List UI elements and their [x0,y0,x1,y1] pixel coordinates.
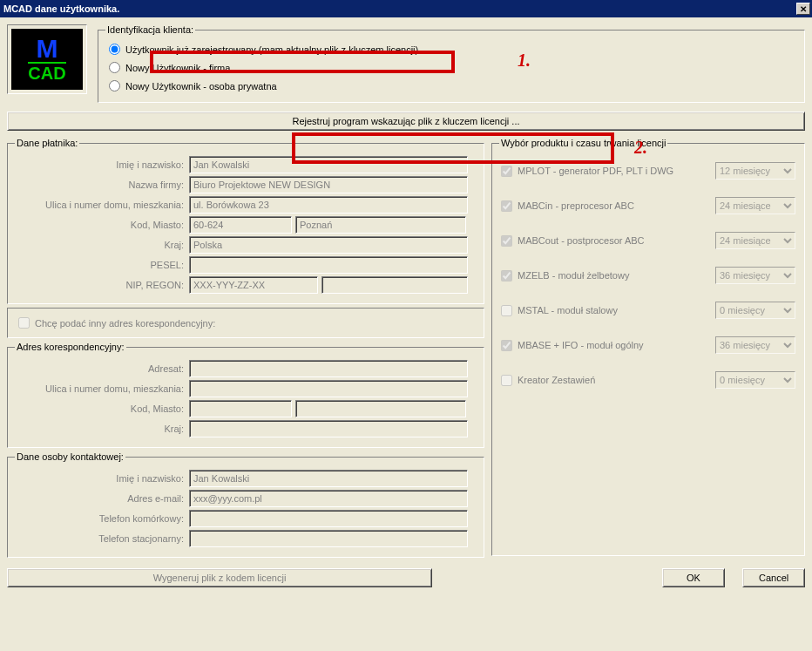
payer-nip-input[interactable] [189,276,318,294]
addr-street-input[interactable] [189,380,468,397]
contact-name-input[interactable] [189,470,468,487]
product-duration-select[interactable]: 24 miesiące [715,232,795,249]
fieldset-payer: Dane płatnika: Imię i nazwisko: Nazwa fi… [7,138,484,304]
contact-email-input[interactable] [189,490,468,507]
payer-pesel-label: PESEL: [15,260,189,270]
product-label: MZELB - moduł żelbetowy [518,270,629,281]
product-label: Kreator Zestawień [518,375,595,385]
addr-street-label: Ulica i numer domu, mieszkania: [15,383,189,394]
radio-firm-row[interactable]: Nowy Użytkownik - firma [105,58,797,77]
contact-phone-label: Telefon stacjonarny: [15,533,189,544]
legend-payer: Dane płatnika: [15,138,79,148]
addr-kraj-label: Kraj: [15,424,189,434]
product-label: MABCin - preprocesor ABC [518,200,634,211]
product-checkbox[interactable] [501,235,512,247]
legend-ident: Identyfikacja klienta: [105,24,195,35]
logo-m: M [37,37,58,60]
legend-contact: Dane osoby kontaktowej: [15,451,125,462]
product-duration-select[interactable]: 12 miesięcy [715,162,795,180]
product-checkbox[interactable] [501,200,512,212]
close-button[interactable]: ✕ [796,3,810,15]
payer-name-input[interactable] [189,156,468,173]
product-checkbox[interactable] [501,270,512,281]
annotation-label-2: 2. [634,138,647,158]
radio-registered[interactable] [109,44,120,55]
fieldset-other-addr-toggle: Chcę podać inny adres korespondencyjny: [7,308,484,338]
legend-addr: Adres korespondencyjny: [15,342,126,352]
product-duration-select[interactable]: 36 miesięcy [715,267,795,284]
fieldset-contact: Dane osoby kontaktowej: Imię i nazwisko:… [7,451,484,558]
payer-miasto-input[interactable] [295,216,466,234]
contact-email-label: Adres e-mail: [15,493,189,504]
contact-phone-input[interactable] [189,530,468,547]
product-label: MABCout - postprocesor ABC [518,235,645,246]
payer-kraj-label: Kraj: [15,240,189,250]
register-button[interactable]: Rejestruj program wskazując plik z klucz… [7,112,805,131]
window-title: MCAD dane użytkownika. [3,3,119,14]
payer-street-label: Ulica i numer domu, mieszkania: [15,200,189,210]
fieldset-products: Wybór produktu i czasu trwania licencji … [491,138,805,556]
product-duration-select[interactable]: 0 miesięcy [715,371,795,389]
radio-registered-label: Użytkownik już zarejestrowany (mam aktua… [125,44,418,55]
titlebar: MCAD dane użytkownika. ✕ [0,0,812,17]
product-row: MABCin - preprocesor ABC24 miesiące [499,188,797,223]
product-row: MSTAL - moduł stalowy0 miesięcy [499,293,797,328]
radio-priv[interactable] [109,80,120,92]
product-label: MSTAL - moduł stalowy [518,305,618,315]
cancel-button[interactable]: Cancel [742,568,805,587]
contact-name-label: Imię i nazwisko: [15,473,189,484]
logo: M CAD [7,24,87,94]
product-checkbox[interactable] [501,375,512,386]
contact-mobile-input[interactable] [189,510,468,527]
payer-street-input[interactable] [189,196,468,214]
generate-button[interactable]: Wygeneruj plik z kodem licencji [7,568,432,587]
product-checkbox[interactable] [501,166,512,177]
addr-miasto-input[interactable] [295,400,466,417]
payer-company-input[interactable] [189,176,468,193]
payer-kodmiasto-label: Kod, Miasto: [15,220,189,230]
fieldset-addr: Adres korespondencyjny: Adresat: Ulica i… [7,342,484,448]
radio-priv-label: Nowy Użytkownik - osoba prywatna [125,81,277,92]
product-duration-select[interactable]: 24 miesiące [715,197,795,214]
payer-name-label: Imię i nazwisko: [15,159,189,170]
addr-kraj-input[interactable] [189,420,468,437]
annotation-label-1: 1. [518,51,531,71]
ok-button[interactable]: OK [662,568,725,587]
payer-company-label: Nazwa firmy: [15,180,189,190]
logo-cad: CAD [28,62,65,82]
contact-mobile-label: Telefon komórkowy: [15,513,189,524]
fieldset-ident: Identyfikacja klienta: Użytkownik już za… [98,24,805,103]
radio-registered-row[interactable]: Użytkownik już zarejestrowany (mam aktua… [105,40,797,58]
payer-nip-label: NIP, REGON: [15,280,189,290]
payer-kraj-input[interactable] [189,236,468,254]
product-duration-select[interactable]: 36 miesięcy [715,336,795,354]
payer-regon-input[interactable] [321,276,468,294]
addr-kod-input[interactable] [189,400,292,417]
product-row: MABCout - postprocesor ABC24 miesiące [499,223,797,258]
product-label: MPLOT - generator PDF, PLT i DWG [518,166,673,176]
product-label: MBASE + IFO - moduł ogólny [518,340,644,350]
addr-adresat-label: Adresat: [15,363,189,374]
product-checkbox[interactable] [501,305,512,316]
product-duration-select[interactable]: 0 miesięcy [715,302,795,319]
close-icon: ✕ [800,4,807,14]
payer-pesel-input[interactable] [189,256,468,274]
addr-kodmiasto-label: Kod, Miasto: [15,403,189,414]
payer-kod-input[interactable] [189,216,292,234]
product-row: Kreator Zestawień0 miesięcy [499,363,797,397]
radio-firm-label: Nowy Użytkownik - firma [125,63,230,73]
product-row: MZELB - moduł żelbetowy36 miesięcy [499,258,797,293]
addr-adresat-input[interactable] [189,360,468,377]
product-row: MPLOT - generator PDF, PLT i DWG12 miesi… [499,153,797,188]
radio-firm[interactable] [109,62,120,73]
product-checkbox[interactable] [501,340,512,351]
chk-other-addr[interactable] [18,317,30,329]
chk-other-addr-label: Chcę podać inny adres korespondencyjny: [35,318,215,329]
radio-priv-row[interactable]: Nowy Użytkownik - osoba prywatna [105,77,797,95]
product-row: MBASE + IFO - moduł ogólny36 miesięcy [499,328,797,363]
